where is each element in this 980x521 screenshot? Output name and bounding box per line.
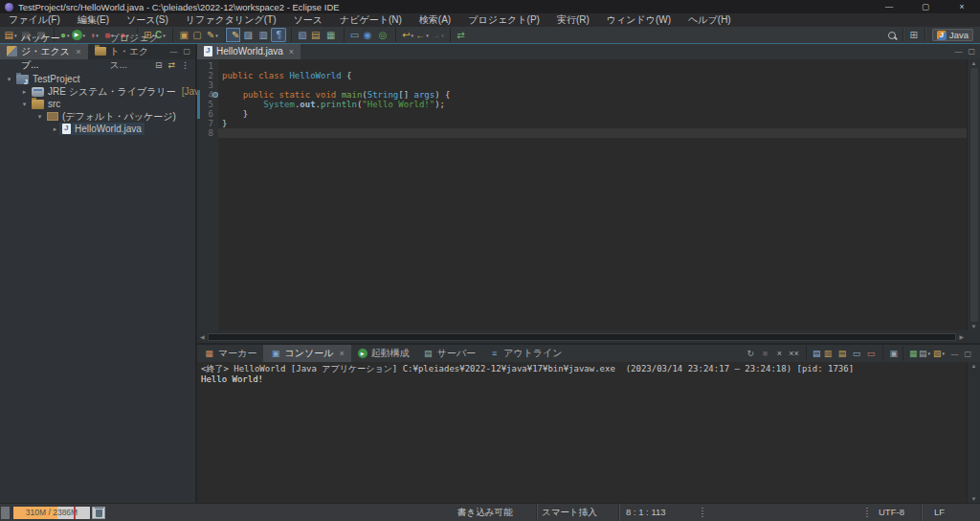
maximize-view-button[interactable]: ▢ bbox=[183, 47, 190, 56]
view-menu-button[interactable]: ⋮ bbox=[181, 59, 189, 72]
collapse-all-button[interactable]: ⊟ bbox=[155, 59, 163, 72]
close-button[interactable]: × bbox=[944, 0, 980, 13]
cursor-position[interactable]: 8 : 1 : 113 bbox=[626, 507, 666, 517]
helloworld-java-tab[interactable]: HelloWorld.java × bbox=[197, 43, 301, 59]
show-selected-element-toggle[interactable]: ▥ bbox=[256, 28, 271, 42]
file-menu[interactable]: ファイル(F) bbox=[0, 13, 69, 27]
toggle-breadcrumb-button[interactable]: ▧ bbox=[291, 28, 307, 42]
expand-arrow-icon[interactable]: ▸ bbox=[51, 125, 59, 133]
expand-arrow-icon[interactable]: ▾ bbox=[5, 76, 13, 83]
refactoring-menu[interactable]: リファクタリング(T) bbox=[177, 13, 285, 27]
launch-configs-tab[interactable]: ▶ 起動構成 bbox=[351, 345, 416, 362]
code-editor[interactable]: 1 2 public class HelloWorld { 3 bbox=[197, 59, 967, 330]
run-button[interactable]: ▶ ▾ bbox=[71, 28, 87, 42]
source2-menu[interactable]: ソース bbox=[285, 13, 331, 27]
heap-status-widget[interactable]: 310M / 2386M bbox=[13, 507, 90, 519]
scroll-down-icon[interactable]: ▼ bbox=[971, 324, 977, 329]
editor-horizontal-scrollbar[interactable]: ◀ ▶ bbox=[197, 330, 967, 343]
project-menu[interactable]: プロジェクト(P) bbox=[459, 13, 548, 27]
toolbar-icon: ▦ bbox=[326, 28, 335, 42]
minimize-editor-button[interactable]: — bbox=[954, 47, 962, 56]
search-icon[interactable] bbox=[888, 32, 896, 39]
edit-menu[interactable]: 編集(E) bbox=[69, 13, 118, 27]
profile-button[interactable]: ◑ ▾ bbox=[86, 28, 101, 42]
scroll-lock-toggle[interactable]: ▥ bbox=[820, 346, 835, 361]
show-stdout-toggle[interactable]: ▭ bbox=[849, 346, 863, 361]
minimize-button[interactable]: — bbox=[871, 0, 907, 13]
team-sync-button[interactable]: ▦ bbox=[323, 28, 339, 42]
new-wizard-button[interactable]: ▤ ▾ bbox=[3, 28, 18, 42]
link-with-editor-toggle[interactable]: ⇄ bbox=[167, 59, 175, 72]
tree-item-src[interactable]: ▾ src bbox=[0, 98, 195, 110]
java-perspective-button[interactable]: J Java bbox=[932, 29, 973, 41]
open-resource-button[interactable]: ▢ bbox=[189, 28, 205, 42]
minimize-view-button[interactable]: — bbox=[950, 350, 958, 358]
remove-launch-button[interactable]: × bbox=[772, 346, 787, 361]
forward-history-button[interactable]: → ▾ bbox=[430, 28, 445, 42]
maximize-button[interactable]: ▢ bbox=[907, 0, 944, 13]
outline-tab[interactable]: ≡ アウトライン bbox=[482, 345, 568, 362]
servers-tab[interactable]: ▤ サーバー bbox=[416, 345, 482, 362]
open-console-button[interactable]: ▭ bbox=[344, 28, 360, 42]
editor-vertical-scrollbar[interactable]: ▲ ▼ bbox=[967, 59, 980, 330]
search-menu[interactable]: 検索(A) bbox=[411, 13, 459, 27]
link-with-editor-button[interactable]: ⇄ bbox=[450, 28, 465, 42]
run-last-launched-button[interactable]: ◎ bbox=[375, 28, 390, 42]
clear-console-button[interactable]: ▤ bbox=[806, 346, 821, 361]
open-type-button[interactable]: ▣ bbox=[172, 28, 189, 42]
scroll-up-icon[interactable]: ▲ bbox=[971, 60, 977, 66]
search-button[interactable]: ✎ ▾ bbox=[205, 28, 220, 42]
tree-item-testproject[interactable]: ▾ TestProject bbox=[0, 73, 195, 85]
tree-item-default-package[interactable]: ▾ (デフォルト・パッケージ) bbox=[0, 110, 195, 123]
tree-item-jre-library[interactable]: ▸ JRE システム・ライブラリー [JavaSE-17] bbox=[0, 85, 195, 98]
scrollbar-thumb[interactable] bbox=[970, 68, 978, 322]
close-tab-icon[interactable]: × bbox=[76, 47, 80, 57]
tree-item-helloworld-java[interactable]: ▸ HelloWorld.java bbox=[0, 123, 195, 135]
display-selected-console-button[interactable]: ▦ bbox=[902, 346, 918, 361]
show-source-toggle[interactable]: ▨ bbox=[240, 28, 256, 42]
console-output[interactable]: <終了> HelloWorld [Java アプリケーション] C:¥pleia… bbox=[197, 362, 967, 503]
last-edit-location-button[interactable]: ↩ ▾ bbox=[395, 28, 414, 42]
navigate-menu[interactable]: ナビゲート(N) bbox=[331, 13, 411, 27]
scrollbar-thumb[interactable] bbox=[208, 333, 957, 341]
maximize-view-button[interactable]: ▢ bbox=[964, 350, 971, 358]
maximize-editor-button[interactable]: ▢ bbox=[968, 47, 975, 56]
heap-max-marker[interactable] bbox=[74, 507, 76, 519]
project-explorer-tab[interactable]: プロジェクト・エクス... bbox=[88, 43, 170, 59]
external-javadoc-button[interactable]: ▤ bbox=[308, 28, 323, 42]
window-menu[interactable]: ウィンドウ(W) bbox=[598, 13, 679, 27]
markers-tab[interactable]: ▦ マーカー bbox=[197, 345, 263, 362]
scroll-left-icon[interactable]: ◀ bbox=[200, 333, 205, 340]
expand-arrow-icon[interactable]: ▾ bbox=[20, 101, 29, 108]
scroll-down-icon[interactable]: ▼ bbox=[971, 496, 977, 502]
expand-arrow-icon[interactable]: ▾ bbox=[35, 113, 44, 121]
back-history-button[interactable]: ← ▾ bbox=[414, 28, 430, 42]
expand-arrow-icon[interactable]: ▸ bbox=[20, 88, 29, 96]
help-menu[interactable]: ヘルプ(H) bbox=[679, 13, 740, 27]
close-tab-icon[interactable]: × bbox=[339, 349, 344, 358]
open-perspective-button[interactable]: ⊞ bbox=[910, 30, 918, 40]
smart-insert-mode[interactable]: スマート挿入 bbox=[542, 507, 597, 519]
minimize-view-button[interactable]: — bbox=[169, 47, 177, 56]
run-menu[interactable]: 実行(R) bbox=[548, 13, 598, 27]
new-console-view-button[interactable]: ▧ ▾ bbox=[931, 346, 946, 361]
package-explorer-tab[interactable]: パッケージ・エクスプ... × bbox=[0, 43, 88, 59]
remove-all-launches-button[interactable]: ×× bbox=[787, 346, 801, 361]
word-wrap-toggle[interactable]: ▤ bbox=[835, 346, 849, 361]
close-tab-icon[interactable]: × bbox=[289, 47, 294, 57]
tree-item-icon bbox=[32, 100, 44, 109]
scroll-up-icon[interactable]: ▲ bbox=[971, 363, 977, 369]
open-web-browser-button[interactable]: ◉ bbox=[360, 28, 375, 42]
console-vertical-scrollbar[interactable]: ▲ ▼ bbox=[967, 362, 980, 503]
source-menu[interactable]: ソース(S) bbox=[118, 13, 177, 27]
scroll-right-icon[interactable]: ▶ bbox=[959, 333, 964, 340]
mark-occurrences-toggle[interactable]: ✎ bbox=[225, 28, 240, 42]
console-tab[interactable]: ▣ コンソール × bbox=[263, 345, 350, 362]
run-garbage-collector-button[interactable] bbox=[92, 507, 105, 519]
relaunch-button[interactable]: ↻ bbox=[744, 346, 758, 361]
show-whitespace-toggle[interactable]: ¶ bbox=[271, 28, 286, 42]
terminate-button[interactable]: ■ bbox=[758, 346, 772, 361]
pin-console-toggle[interactable]: ▣ bbox=[882, 346, 898, 361]
show-stderr-toggle[interactable]: ▭ bbox=[863, 346, 878, 361]
open-console-dropdown[interactable]: ▤ ▾ bbox=[917, 346, 931, 361]
